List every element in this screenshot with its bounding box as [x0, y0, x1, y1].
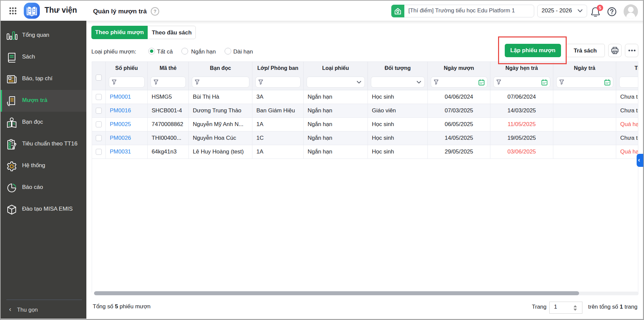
- svg-text:?: ?: [154, 9, 157, 14]
